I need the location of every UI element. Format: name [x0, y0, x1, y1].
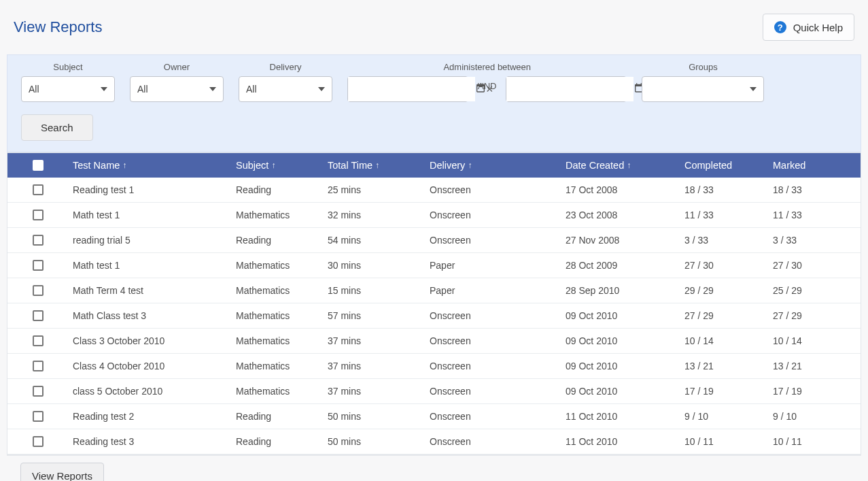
- table-row[interactable]: Reading test 1Reading25 minsOnscreen17 O…: [7, 178, 861, 203]
- table-row[interactable]: reading trial 5Reading54 minsOnscreen27 …: [7, 228, 861, 253]
- row-checkbox[interactable]: [33, 411, 44, 422]
- row-completed: 17 / 19: [680, 386, 769, 397]
- table-header-row: Test Name↑ Subject↑ Total Time↑ Delivery…: [7, 153, 861, 178]
- sort-up-icon: ↑: [375, 161, 379, 170]
- row-time: 37 mins: [324, 335, 426, 346]
- table-row[interactable]: Math test 1Mathematics30 minsPaper28 Oct…: [7, 253, 861, 278]
- row-checkbox[interactable]: [33, 285, 44, 296]
- table-row[interactable]: Math Class test 3Mathematics57 minsOnscr…: [7, 303, 861, 329]
- row-subject: Mathematics: [232, 335, 324, 346]
- date-to-input[interactable]: ×: [506, 76, 627, 102]
- owner-select[interactable]: All: [130, 76, 224, 102]
- date-to-field[interactable]: [506, 77, 633, 101]
- table-row[interactable]: class 5 October 2010Mathematics37 minsOn…: [7, 379, 861, 404]
- filter-administered: Administered between × AND: [347, 62, 627, 102]
- row-delivery: Onscreen: [426, 310, 561, 321]
- view-reports-button[interactable]: View Reports: [20, 463, 104, 481]
- row-created: 09 Oct 2010: [561, 335, 680, 346]
- row-checkbox[interactable]: [33, 436, 44, 447]
- reports-table: Test Name↑ Subject↑ Total Time↑ Delivery…: [7, 152, 861, 455]
- row-created: 11 Oct 2010: [561, 411, 680, 422]
- search-button[interactable]: Search: [21, 114, 93, 141]
- row-subject: Reading: [232, 235, 324, 246]
- table-row[interactable]: Reading test 2Reading50 minsOnscreen11 O…: [7, 404, 861, 429]
- row-subject: Mathematics: [232, 210, 324, 220]
- header-total-time[interactable]: Total Time↑: [324, 160, 426, 171]
- sort-up-icon: ↑: [271, 161, 275, 170]
- row-checkbox[interactable]: [33, 184, 44, 195]
- groups-select[interactable]: [642, 76, 764, 102]
- row-select-cell: [7, 411, 69, 422]
- row-time: 30 mins: [324, 260, 426, 271]
- row-select-cell: [7, 260, 69, 271]
- table-row[interactable]: Math Term 4 testMathematics15 minsPaper2…: [7, 278, 861, 303]
- row-marked: 3 / 33: [769, 235, 861, 246]
- row-subject: Mathematics: [232, 386, 324, 397]
- header-delivery[interactable]: Delivery↑: [426, 160, 561, 171]
- date-from-field[interactable]: [348, 77, 475, 101]
- row-completed: 29 / 29: [680, 285, 769, 296]
- filter-owner: Owner All: [130, 62, 224, 102]
- row-checkbox[interactable]: [33, 386, 44, 397]
- header-marked[interactable]: Marked: [769, 160, 861, 171]
- row-delivery: Onscreen: [426, 210, 561, 220]
- row-completed: 27 / 30: [680, 260, 769, 271]
- row-checkbox[interactable]: [33, 235, 44, 246]
- filter-subject-label: Subject: [53, 62, 82, 72]
- chevron-down-icon: [318, 87, 325, 91]
- row-created: 28 Sep 2010: [561, 285, 680, 296]
- row-created: 28 Oct 2009: [561, 260, 680, 271]
- table-row[interactable]: Reading test 3Reading50 minsOnscreen11 O…: [7, 429, 861, 454]
- row-marked: 10 / 14: [769, 335, 861, 346]
- header-test-name[interactable]: Test Name↑: [69, 160, 232, 171]
- filter-owner-label: Owner: [164, 62, 190, 72]
- header-date-created[interactable]: Date Created↑: [561, 160, 680, 171]
- top-bar: View Reports ? Quick Help: [7, 7, 861, 54]
- row-name: Class 4 October 2010: [69, 361, 232, 371]
- row-subject: Mathematics: [232, 285, 324, 296]
- row-delivery: Onscreen: [426, 411, 561, 422]
- row-delivery: Onscreen: [426, 235, 561, 246]
- chevron-down-icon: [101, 87, 107, 91]
- delivery-select[interactable]: All: [239, 76, 332, 102]
- row-checkbox[interactable]: [33, 260, 44, 271]
- row-subject: Mathematics: [232, 260, 324, 271]
- row-marked: 27 / 29: [769, 310, 861, 321]
- subject-select[interactable]: All: [21, 76, 115, 102]
- row-time: 50 mins: [324, 436, 426, 447]
- row-checkbox[interactable]: [33, 335, 44, 346]
- chevron-down-icon: [209, 87, 216, 91]
- row-select-cell: [7, 386, 69, 397]
- row-created: 23 Oct 2008: [561, 210, 680, 220]
- header-select-all[interactable]: [7, 160, 69, 171]
- header-completed[interactable]: Completed: [680, 160, 769, 171]
- row-name: Math Class test 3: [69, 310, 232, 321]
- row-time: 25 mins: [324, 184, 426, 195]
- row-checkbox[interactable]: [33, 361, 44, 371]
- help-icon: ?: [774, 21, 786, 33]
- table-row[interactable]: Class 4 October 2010Mathematics37 minsOn…: [7, 354, 861, 379]
- filter-delivery: Delivery All: [239, 62, 332, 102]
- row-name: Class 3 October 2010: [69, 335, 232, 346]
- row-delivery: Onscreen: [426, 184, 561, 195]
- row-select-cell: [7, 235, 69, 246]
- row-select-cell: [7, 335, 69, 346]
- row-checkbox[interactable]: [33, 310, 44, 321]
- row-marked: 9 / 10: [769, 411, 861, 422]
- row-created: 09 Oct 2010: [561, 310, 680, 321]
- table-row[interactable]: Math test 1Mathematics32 minsOnscreen23 …: [7, 203, 861, 228]
- chevron-down-icon: [750, 87, 757, 91]
- quick-help-button[interactable]: ? Quick Help: [763, 14, 854, 41]
- filters-row: Subject All Owner All Delivery All: [21, 62, 847, 102]
- select-all-checkbox[interactable]: [33, 160, 44, 171]
- date-from-input[interactable]: ×: [347, 76, 468, 102]
- filter-subject: Subject All: [21, 62, 115, 102]
- table-row[interactable]: Class 3 October 2010Mathematics37 minsOn…: [7, 329, 861, 354]
- row-checkbox[interactable]: [33, 210, 44, 220]
- row-marked: 10 / 11: [769, 436, 861, 447]
- row-select-cell: [7, 310, 69, 321]
- header-subject[interactable]: Subject↑: [232, 160, 324, 171]
- row-marked: 18 / 33: [769, 184, 861, 195]
- row-name: Reading test 1: [69, 184, 232, 195]
- row-completed: 18 / 33: [680, 184, 769, 195]
